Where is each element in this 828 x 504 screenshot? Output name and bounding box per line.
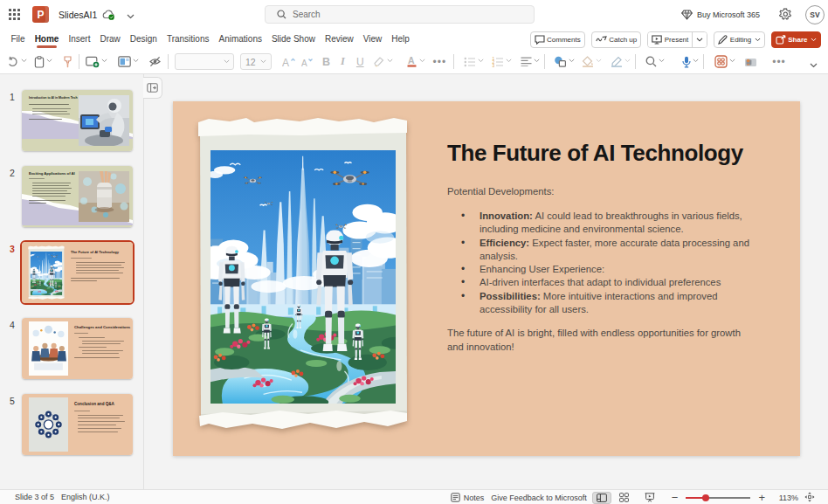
font-color-button[interactable]: A (404, 53, 419, 70)
more-font-options-button[interactable]: ••• (431, 56, 450, 68)
layout-button[interactable] (116, 53, 133, 70)
slide-editor[interactable]: The Future of AI Technology Potential De… (173, 101, 800, 456)
shrink-font-button[interactable]: A (300, 54, 314, 70)
italic-button[interactable]: I (338, 53, 348, 70)
slide-intro[interactable]: Potential Developments: (447, 186, 758, 197)
catch-up-button[interactable]: Catch up (591, 31, 642, 48)
language-indicator[interactable]: English (U.K.) (61, 493, 110, 501)
find-chevron-icon[interactable] (659, 59, 665, 65)
shape-outline-chevron-icon[interactable] (624, 59, 631, 65)
fit-slide-to-window-button[interactable] (804, 492, 815, 504)
slide-image-futuristic-city[interactable] (197, 110, 410, 435)
dictate-button[interactable] (680, 53, 693, 71)
hide-slide-button[interactable] (147, 53, 163, 70)
present-button[interactable]: Present (648, 32, 692, 47)
new-slide-button[interactable] (84, 53, 101, 71)
designer-button[interactable] (713, 52, 729, 71)
menu-tab-help[interactable]: Help (387, 31, 415, 49)
dictate-chevron-icon[interactable] (693, 59, 699, 65)
account-avatar[interactable]: SV (805, 5, 825, 24)
saved-status-icon[interactable] (102, 9, 115, 20)
document-title[interactable]: SlidesAI1 (59, 10, 97, 20)
powerpoint-logo-icon[interactable]: P (32, 6, 49, 23)
underline-button[interactable]: U (354, 54, 367, 70)
menu-tab-file[interactable]: File (6, 31, 30, 49)
zoom-out-button[interactable]: − (672, 491, 679, 504)
slide-indicator[interactable]: Slide 3 of 5 (15, 493, 54, 501)
slide-sorter-view-button[interactable] (615, 492, 634, 504)
font-name-combobox[interactable] (175, 53, 234, 70)
slide-thumbnail-5[interactable]: Conclusion and Q&A (22, 394, 133, 455)
slide-closing[interactable]: The future of AI is bright, filled with … (447, 327, 758, 354)
shape-fill-chevron-icon[interactable] (596, 59, 602, 65)
zoom-in-button[interactable]: + (758, 491, 765, 504)
slideshow-view-button[interactable] (640, 492, 659, 504)
share-button[interactable]: Share (771, 31, 821, 48)
menu-tab-transitions[interactable]: Transitions (162, 31, 214, 49)
shape-fill-button[interactable] (580, 53, 596, 70)
menu-tab-design[interactable]: Design (125, 31, 162, 49)
menu-tab-review[interactable]: Review (320, 31, 358, 49)
font-color-chevron-icon[interactable] (419, 59, 425, 65)
bold-button[interactable]: B (320, 54, 333, 70)
svg-text:3: 3 (493, 64, 495, 67)
find-button[interactable] (644, 53, 659, 70)
normal-view-button[interactable] (592, 492, 611, 504)
shape-outline-button[interactable] (609, 53, 624, 70)
app-launcher-icon[interactable] (9, 9, 20, 20)
bullets-button[interactable] (462, 54, 478, 70)
bullets-chevron-icon[interactable] (478, 59, 484, 65)
notes-toggle[interactable]: Notes (451, 493, 485, 502)
present-dropdown-chevron[interactable] (692, 32, 707, 47)
thumbnail-text-line (78, 428, 121, 429)
text-highlight-chevron-icon[interactable] (387, 59, 393, 65)
zoom-slider-knob[interactable] (702, 494, 709, 501)
numbering-button[interactable]: 123 (490, 54, 506, 70)
comments-button[interactable]: Comments (530, 31, 585, 48)
align-button[interactable] (519, 54, 534, 69)
slide-thumbnail-4[interactable]: Challenges and Considerations (22, 318, 133, 379)
layout-chevron-icon[interactable] (133, 59, 139, 65)
slide-thumbnail-2[interactable]: Exciting Applications of AI (22, 166, 133, 227)
font-size-combobox[interactable]: 12 (240, 53, 272, 70)
slide-thumbnail-1[interactable]: Introduction to AI in Modern Tech (22, 90, 133, 151)
document-menu-chevron-icon[interactable] (127, 7, 135, 23)
premium-diamond-icon (681, 10, 693, 20)
new-slide-chevron-icon[interactable] (101, 59, 107, 65)
feedback-link[interactable]: Give Feedback to Microsoft (491, 494, 587, 502)
align-chevron-icon[interactable] (534, 59, 540, 65)
menu-tab-slide-show[interactable]: Slide Show (266, 31, 320, 49)
search-input[interactable]: Search (265, 5, 535, 24)
grow-font-button[interactable]: A (280, 54, 297, 70)
undo-button[interactable] (5, 53, 21, 70)
format-painter-button[interactable] (61, 53, 74, 71)
menu-tab-view[interactable]: View (358, 31, 387, 49)
cameo-button[interactable] (742, 54, 759, 70)
numbering-chevron-icon[interactable] (506, 59, 512, 65)
designer-chevron-icon[interactable] (729, 59, 735, 65)
menu-tab-home[interactable]: Home (30, 31, 64, 49)
text-highlight-button[interactable] (371, 53, 387, 70)
paste-button[interactable] (32, 53, 46, 71)
zoom-level[interactable]: 113% (765, 494, 798, 502)
slide-title[interactable]: The Future of AI Technology (447, 140, 758, 167)
menu-tab-draw[interactable]: Draw (95, 31, 125, 49)
share-icon (776, 35, 786, 45)
slide-bullet-list[interactable]: Innovation: AI could lead to breakthroug… (447, 210, 758, 316)
slide-thumbnail-3[interactable]: The Future of AI Technology (22, 242, 133, 303)
menu-tab-insert[interactable]: Insert (64, 31, 95, 49)
undo-chevron-icon[interactable] (21, 59, 27, 65)
shapes-button[interactable] (552, 53, 569, 70)
zoom-slider[interactable] (686, 494, 750, 502)
paste-chevron-icon[interactable] (46, 59, 52, 65)
slide-bullet: Efficiency: Expect faster, more accurate… (447, 237, 758, 264)
editing-mode-button[interactable]: Editing (714, 31, 764, 48)
more-ribbon-options-button[interactable]: ••• (769, 56, 789, 68)
collapse-ribbon-chevron-icon[interactable] (810, 56, 818, 72)
buy-microsoft-365-button[interactable]: Buy Microsoft 365 (681, 10, 760, 20)
menu-tab-animations[interactable]: Animations (214, 31, 266, 49)
settings-gear-icon[interactable] (779, 8, 792, 21)
slide-text-block[interactable]: The Future of AI Technology Potential De… (447, 140, 758, 354)
collapse-thumbnails-button[interactable] (143, 77, 162, 99)
shapes-chevron-icon[interactable] (569, 59, 575, 65)
